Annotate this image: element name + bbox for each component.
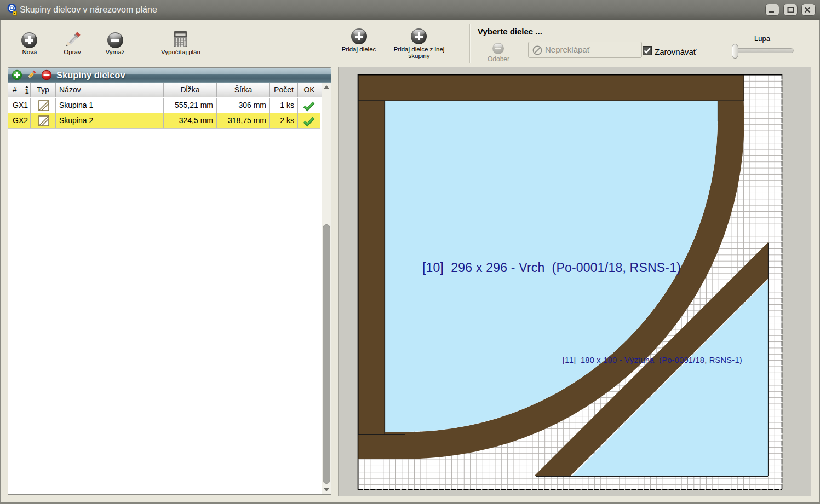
svg-text:1: 1 [25, 88, 29, 95]
svg-text:[10] 296 x 296 - Vrch (Po-00: [10] 296 x 296 - Vrch (Po-0001/18, RSNS-… [422, 260, 681, 275]
svg-text:[11] 180 x 180 - Výztuha (Po: [11] 180 x 180 - Výztuha (Po-0001/18, RS… [563, 356, 742, 364]
